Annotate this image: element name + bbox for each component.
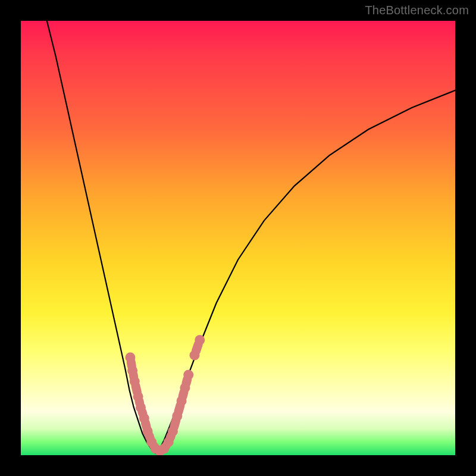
- curves-layer: [21, 21, 455, 455]
- plot-area: [21, 21, 455, 455]
- marker-dot: [195, 335, 205, 345]
- marker-dot: [143, 426, 153, 436]
- marker-dot: [164, 437, 174, 447]
- marker-dot: [177, 396, 187, 406]
- marker-dot: [127, 365, 137, 375]
- chart-stage: TheBottleneck.com: [0, 0, 476, 476]
- marker-dot: [139, 413, 149, 423]
- curve-right-branch: [155, 90, 455, 453]
- marker-dot: [180, 383, 190, 393]
- marker-dot: [136, 402, 146, 412]
- marker-dot: [133, 392, 143, 402]
- marker-dot: [125, 352, 135, 362]
- marker-dot: [168, 426, 178, 436]
- marker-dot: [130, 376, 140, 386]
- watermark-text: TheBottleneck.com: [365, 4, 469, 17]
- marker-dot: [183, 369, 193, 380]
- marker-dot: [172, 411, 182, 421]
- marker-dot: [190, 350, 200, 361]
